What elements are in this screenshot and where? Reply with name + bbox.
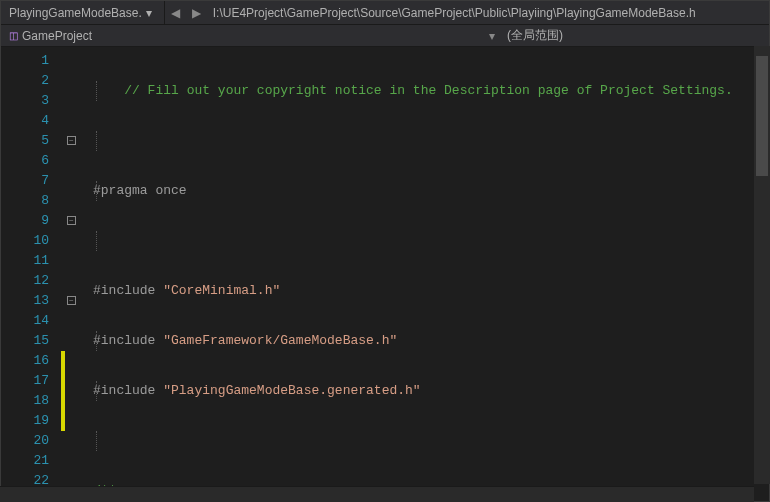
fold-toggle[interactable]: −: [67, 136, 76, 145]
project-name: GameProject: [22, 29, 92, 43]
fold-gutter: − − −: [65, 47, 85, 501]
vertical-scrollbar[interactable]: [754, 46, 770, 484]
file-path[interactable]: I:\UE4Project\GameProject\Source\GamePro…: [207, 6, 769, 20]
scope-label[interactable]: (全局范围): [501, 27, 569, 44]
project-icon: ◫: [9, 30, 18, 41]
scope-bar: ◫ GameProject ▾ (全局范围): [1, 25, 769, 47]
project-scope[interactable]: ◫ GameProject: [1, 29, 100, 43]
nav-forward-button[interactable]: ▶: [186, 6, 207, 20]
file-tab-label: PlayingGameModeBase.: [9, 6, 142, 20]
code-area[interactable]: // Fill out your copyright notice in the…: [85, 47, 769, 501]
fold-toggle[interactable]: −: [67, 216, 76, 225]
file-tab[interactable]: PlayingGameModeBase. ▾: [1, 1, 165, 24]
chevron-down-icon[interactable]: ▾: [483, 29, 501, 43]
horizontal-scrollbar[interactable]: [0, 486, 754, 502]
scrollbar-thumb[interactable]: [756, 56, 768, 176]
code-editor[interactable]: 1 2 3 4 5 6 7 8 9 10 11 12 13 14 15 16 1…: [1, 47, 769, 501]
nav-back-button[interactable]: ◀: [165, 6, 186, 20]
fold-toggle[interactable]: −: [67, 296, 76, 305]
line-number-gutter: 1 2 3 4 5 6 7 8 9 10 11 12 13 14 15 16 1…: [1, 47, 61, 501]
toolbar: PlayingGameModeBase. ▾ ◀ ▶ I:\UE4Project…: [1, 1, 769, 25]
chevron-down-icon[interactable]: ▾: [142, 6, 156, 20]
